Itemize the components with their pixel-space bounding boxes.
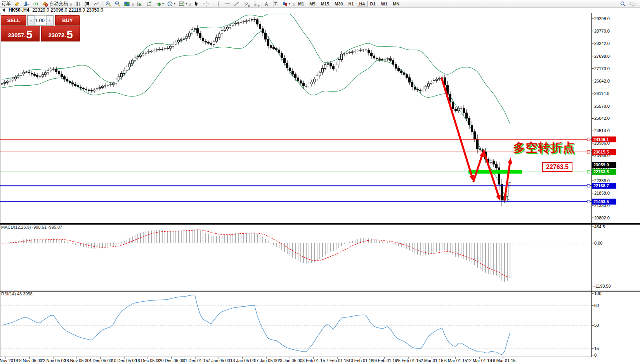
chart-frame (0, 13, 640, 357)
periods-button[interactable]: ▾ (165, 0, 177, 7)
auto-scroll-icon[interactable] (135, 0, 144, 7)
svg-text:28 Nov 05:00: 28 Nov 05:00 (64, 358, 89, 363)
chart-canvas[interactable]: 29298.028770.028242.027698.027170.026642… (0, 0, 640, 364)
svg-text:29298.0: 29298.0 (594, 16, 610, 21)
symbol-period-label: HK50-,H4 (9, 7, 29, 13)
autotrading-button[interactable]: 自动交易 (40, 0, 69, 7)
text-label-tool[interactable]: T (271, 0, 280, 7)
svg-text:21493.5: 21493.5 (593, 199, 609, 204)
tab-timeframe-h4[interactable]: H4 (357, 1, 368, 7)
price-axis[interactable]: 29298.028770.028242.027698.027170.026642… (592, 16, 617, 220)
price-tag-label[interactable]: 22763.5 (542, 162, 572, 172)
svg-text:-1198.58: -1198.58 (594, 284, 611, 288)
svg-text:31 Dec 01:15: 31 Dec 01:15 (182, 358, 208, 363)
svg-text:19 Feb 01:15: 19 Feb 01:15 (372, 358, 397, 363)
tile-windows-icon[interactable] (122, 0, 132, 7)
svg-text:18 Nov 05:00: 18 Nov 05:00 (17, 358, 42, 363)
crosshair-tool[interactable] (201, 0, 211, 7)
indicators-icon (155, 1, 161, 7)
signal-icon[interactable] (31, 0, 40, 7)
buy-button[interactable]: BUY (55, 15, 80, 26)
volume-control: ▼ 1.00 ▲ (27, 15, 54, 26)
svg-text:16 Dec 05:00: 16 Dec 05:00 (135, 358, 160, 363)
zoom-out-icon[interactable] (113, 0, 122, 7)
cursor-tool[interactable] (192, 0, 201, 7)
svg-text:23615.5: 23615.5 (593, 150, 609, 154)
svg-text:24514.0: 24514.0 (594, 128, 610, 133)
bar-chart-icon[interactable] (73, 0, 82, 7)
new-order-button[interactable]: 订单 (0, 0, 12, 7)
svg-text:3 Feb 01:15: 3 Feb 01:15 (302, 358, 325, 363)
arrows-tool[interactable]: ▾ (280, 0, 292, 7)
autotrading-label: 自动交易 (49, 0, 68, 7)
tab-timeframe-mn[interactable]: MN (390, 1, 402, 7)
tab-timeframe-w1[interactable]: W1 (378, 1, 390, 7)
chat-icon[interactable] (628, 0, 638, 7)
templates-button[interactable]: ▾ (177, 0, 189, 7)
volume-input[interactable]: 1.00 (35, 16, 46, 25)
svg-text:25042.0: 25042.0 (594, 116, 610, 121)
svg-text:12 Nov 2019: 12 Nov 2019 (0, 358, 18, 363)
svg-text:26114.0: 26114.0 (594, 91, 609, 96)
trendline-tool[interactable] (232, 0, 241, 7)
time-axis[interactable]: 12 Nov 201918 Nov 05:0022 Nov 05:0028 No… (0, 357, 515, 363)
svg-text:25570.0: 25570.0 (594, 104, 610, 109)
text-tool[interactable]: A (262, 0, 271, 7)
svg-text:E: E (248, 4, 250, 7)
tab-timeframe-m5[interactable]: M5 (307, 1, 318, 7)
svg-text:6 Mar 01:15: 6 Mar 01:15 (444, 358, 467, 363)
svg-text:21858.0: 21858.0 (594, 191, 610, 195)
chart-cursor-icon (2, 8, 5, 12)
sell-button[interactable]: SELL (1, 15, 26, 26)
tab-timeframe-h1[interactable]: H1 (345, 1, 356, 7)
buy-price-pips: 5 (66, 29, 73, 40)
candlestick-icon[interactable] (82, 0, 92, 7)
svg-text:4 Dec 05:00: 4 Dec 05:00 (89, 358, 112, 363)
fibonacci-tool[interactable]: F (251, 0, 262, 7)
tab-timeframe-d1[interactable]: D1 (368, 1, 378, 7)
buy-price-main: 23072 (48, 30, 64, 40)
svg-text:20 Dec 05:00: 20 Dec 05:00 (159, 358, 184, 363)
volume-decrease-button[interactable]: ▼ (28, 16, 35, 25)
chart-title-bar: HK50-,H4 22329.0 23096.0 22116.0 23059.0 (2, 7, 103, 13)
buy-price-button[interactable]: 23072.5 (41, 26, 80, 41)
svg-text:10 Dec 05:00: 10 Dec 05:00 (111, 358, 137, 363)
sell-price-button[interactable]: 23057.5 (1, 26, 40, 41)
sell-price-pips: 5 (26, 29, 32, 40)
autotrading-icon (42, 1, 48, 7)
svg-text:13 Feb 01:15: 13 Feb 01:15 (349, 358, 374, 363)
ohlc-values: 22329.0 23096.0 22116.0 23059.0 (32, 7, 103, 13)
svg-text:F: F (258, 4, 260, 7)
svg-text:12 Mar 01:15: 12 Mar 01:15 (467, 358, 492, 363)
horizontal-line-tool[interactable] (223, 0, 232, 7)
line-chart-icon[interactable] (92, 0, 101, 7)
svg-text:22763.5: 22763.5 (593, 169, 609, 174)
turning-point-annotation[interactable]: 多空转折点 (513, 140, 575, 156)
svg-text:0: 0 (594, 353, 597, 357)
svg-text:22386.0: 22386.0 (594, 178, 610, 183)
svg-text:7 Feb 01:15: 7 Feb 01:15 (326, 358, 349, 363)
gold-order-icon[interactable] (12, 0, 22, 7)
svg-text:A: A (265, 1, 268, 7)
search-icon[interactable] (618, 0, 628, 7)
indicators-button[interactable]: ▾ (154, 0, 165, 7)
tab-timeframe-m1[interactable]: M1 (295, 1, 307, 7)
svg-text:454.5: 454.5 (594, 224, 605, 229)
vertical-line-tool[interactable] (213, 0, 223, 7)
svg-text:80: 80 (594, 303, 599, 308)
equidistant-channel-tool[interactable]: E (241, 0, 251, 7)
profile-icon[interactable] (22, 0, 31, 7)
svg-text:13 Jan 05:00: 13 Jan 05:00 (230, 358, 255, 363)
zoom-in-icon[interactable] (104, 0, 113, 7)
tab-timeframe-m15[interactable]: M15 (318, 1, 332, 7)
svg-text:22168.7: 22168.7 (593, 183, 609, 188)
svg-text:25 Feb 01:15: 25 Feb 01:15 (396, 358, 421, 363)
clock-icon (167, 1, 173, 7)
chart-shift-icon[interactable] (144, 0, 154, 7)
tab-timeframe-m30[interactable]: M30 (332, 1, 345, 7)
volume-increase-button[interactable]: ▲ (46, 16, 53, 25)
svg-text:22 Nov 05:00: 22 Nov 05:00 (40, 358, 66, 363)
sell-price-main: 23057 (8, 30, 24, 40)
rsi-label: RSI(14) 43.3058 (1, 292, 33, 296)
svg-text:26642.0: 26642.0 (594, 79, 610, 83)
